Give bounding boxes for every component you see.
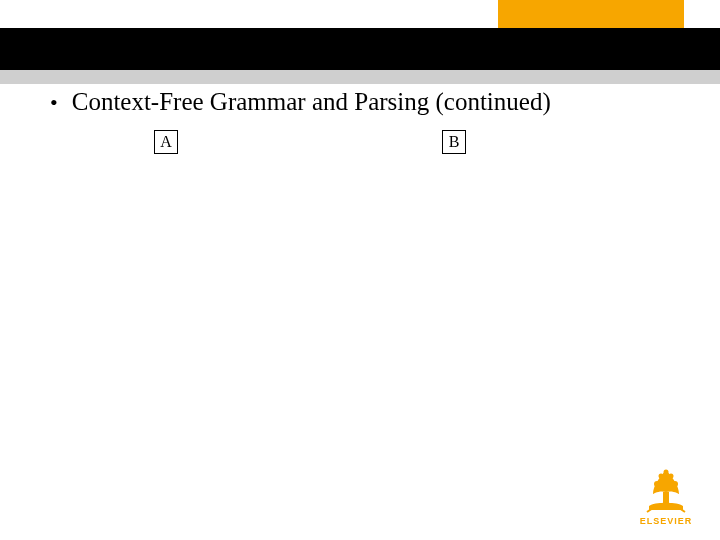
figure-label-a: A <box>154 130 178 154</box>
title-bar-underline <box>0 70 720 84</box>
svg-point-3 <box>672 481 678 487</box>
elsevier-tree-icon <box>641 464 691 514</box>
svg-point-2 <box>654 481 660 487</box>
accent-bar <box>498 0 684 28</box>
slide-title: An Overview of Compilation <box>36 34 364 62</box>
bullet-icon: • <box>50 92 58 114</box>
bullet-text: Context-Free Grammar and Parsing (contin… <box>72 88 551 116</box>
svg-point-4 <box>659 474 664 479</box>
bullet-item: • Context-Free Grammar and Parsing (cont… <box>50 88 690 116</box>
publisher-logo: ELSEVIER <box>632 464 700 526</box>
svg-point-5 <box>669 474 674 479</box>
svg-point-6 <box>664 470 669 475</box>
publisher-name: ELSEVIER <box>640 516 693 526</box>
slide: An Overview of Compilation • Context-Fre… <box>0 0 720 540</box>
figure-label-b: B <box>442 130 466 154</box>
